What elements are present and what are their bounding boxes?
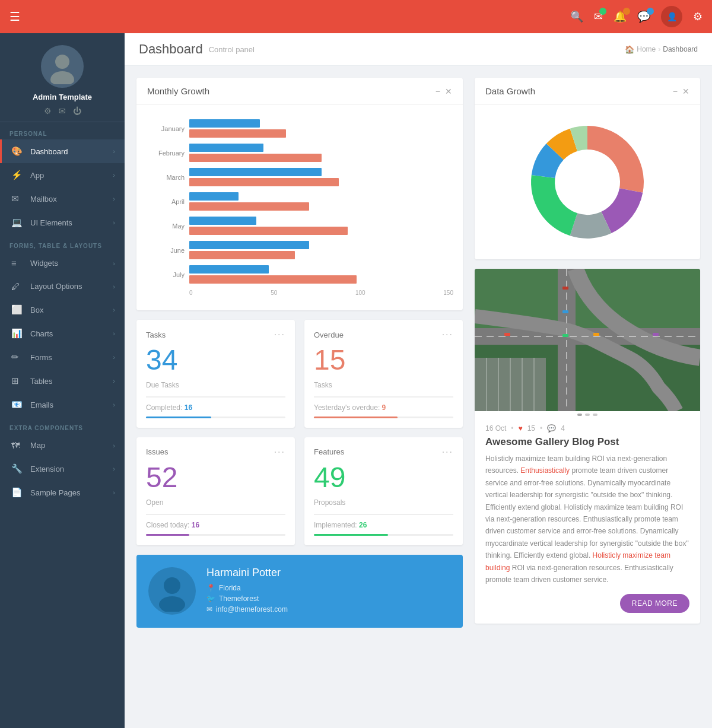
- widgets-icon: ≡: [11, 258, 24, 268]
- breadcrumb-home-link[interactable]: Home: [637, 45, 656, 53]
- bar-row: February: [146, 144, 453, 162]
- donut-segment: [531, 175, 577, 236]
- progress-bar: [314, 534, 388, 536]
- sidebar-email-icon[interactable]: ✉: [59, 106, 66, 116]
- hamburger-icon[interactable]: ☰: [9, 9, 20, 24]
- sidebar-settings-icon[interactable]: ⚙: [44, 106, 52, 116]
- stat-footer: Yesterday's overdue: 9: [314, 396, 453, 418]
- tables-arrow: ›: [113, 377, 115, 384]
- progress-bar-container: [146, 534, 285, 536]
- sidebar-item-mailbox[interactable]: ✉ Mailbox ›: [0, 187, 125, 211]
- slideshow-dots: [475, 411, 700, 418]
- sidebar-section-personal: PERSONAL: [0, 122, 125, 139]
- close-btn-data[interactable]: ✕: [682, 87, 689, 96]
- extension-icon: 🔧: [11, 463, 24, 474]
- stat-sub: Due Tasks: [146, 381, 285, 389]
- svg-point-2: [164, 577, 180, 594]
- sidebar-item-ui-elements[interactable]: 💻 UI Elements ›: [0, 211, 125, 234]
- location-icon: 📍: [206, 584, 215, 592]
- close-btn-monthly[interactable]: ✕: [445, 87, 452, 96]
- bell-icon[interactable]: 🔔: [614, 10, 627, 23]
- main-layout: Admin Template ⚙ ✉ ⏻ PERSONAL 🎨 Dashboar…: [0, 33, 712, 728]
- bar-row: January: [146, 119, 453, 138]
- bar-group: [189, 168, 453, 186]
- sidebar-label-sample: Sample Pages: [30, 488, 113, 497]
- stat-sub: Open: [146, 498, 285, 507]
- blog-link-2[interactable]: Holisticly maximize team building: [485, 551, 670, 571]
- sidebar-item-extension[interactable]: 🔧 Extension ›: [0, 457, 125, 481]
- svg-rect-16: [562, 334, 568, 337]
- sidebar-section-forms: FORMS, TABLE & LAYOUTS: [0, 234, 125, 252]
- stat-number: 15: [314, 345, 453, 376]
- monthly-growth-card: Monthly Growth − ✕ January Februar: [136, 78, 463, 310]
- stat-sub: Proposals: [314, 498, 453, 507]
- stat-card-menu[interactable]: ···: [274, 447, 285, 457]
- content-area: Dashboard Control panel 🏠 Home › Dashboa…: [125, 33, 712, 728]
- monthly-growth-header: Monthly Growth − ✕: [136, 78, 463, 105]
- minimize-btn-monthly[interactable]: −: [436, 87, 440, 96]
- sidebar-item-charts[interactable]: 📊 Charts ›: [0, 322, 125, 345]
- avatar[interactable]: 👤: [661, 6, 682, 27]
- stat-card: Features ··· 49 Proposals Implemented: 2…: [304, 437, 463, 545]
- minimize-btn-data[interactable]: −: [673, 87, 678, 96]
- read-more-button[interactable]: READ MORE: [620, 594, 689, 613]
- mailbox-arrow: ›: [113, 195, 115, 202]
- stat-footer: Closed today: 16: [146, 514, 285, 536]
- chat-icon[interactable]: 💬: [637, 10, 650, 23]
- box-icon: ⬜: [11, 304, 24, 315]
- stat-number: 34: [146, 345, 285, 376]
- bar-label: March: [146, 174, 185, 181]
- sidebar-label-forms: Forms: [30, 353, 113, 362]
- bar-label: February: [146, 150, 185, 157]
- sidebar-label-map: Map: [30, 441, 113, 450]
- sidebar-item-map[interactable]: 🗺 Map ›: [0, 434, 125, 457]
- sidebar-username: Admin Template: [33, 93, 92, 101]
- blog-link-1[interactable]: Enthusiastically: [520, 466, 570, 475]
- home-icon: 🏠: [625, 45, 634, 54]
- blog-image: [475, 269, 700, 411]
- gear-icon[interactable]: ⚙: [693, 10, 703, 23]
- stat-card-menu[interactable]: ···: [442, 329, 453, 340]
- blog-highway-svg: [475, 269, 700, 411]
- profile-card: Harmaini Potter 📍 Florida 🐦 Themeforest …: [136, 555, 463, 628]
- donut-chart: [522, 117, 653, 247]
- sidebar-item-widgets[interactable]: ≡ Widgets ›: [0, 252, 125, 275]
- bar-blue: [189, 192, 239, 201]
- sidebar-item-tables[interactable]: ⊞ Tables ›: [0, 369, 125, 393]
- donut-segment: [587, 126, 644, 193]
- tables-icon: ⊞: [11, 376, 24, 386]
- data-growth-header: Data Growth − ✕: [475, 78, 700, 105]
- email-small-icon: ✉: [206, 605, 212, 613]
- bar-chart: January February March: [146, 115, 453, 301]
- bar-row: May: [146, 217, 453, 235]
- email-icon[interactable]: ✉: [594, 10, 603, 23]
- sidebar-item-box[interactable]: ⬜ Box ›: [0, 298, 125, 322]
- sidebar-item-layout[interactable]: 🖊 Layout Options ›: [0, 275, 125, 298]
- sidebar-profile: Admin Template ⚙ ✉ ⏻: [0, 33, 125, 122]
- stat-card-header: Issues ···: [146, 447, 285, 457]
- charts-icon: 📊: [11, 328, 24, 339]
- sidebar-label-widgets: Widgets: [30, 259, 113, 268]
- page-header: Dashboard Control panel 🏠 Home › Dashboa…: [125, 33, 712, 66]
- blog-title: Awesome Gallery Blog Post: [475, 436, 700, 453]
- right-column: Data Growth − ✕: [475, 78, 700, 628]
- sidebar-item-sample-pages[interactable]: 📄 Sample Pages ›: [0, 481, 125, 504]
- forms-arrow: ›: [113, 354, 115, 361]
- bell-badge: [623, 8, 630, 15]
- bar-label: June: [146, 247, 185, 254]
- search-icon[interactable]: 🔍: [570, 10, 583, 23]
- sidebar-item-dashboard[interactable]: 🎨 Dashboard ›: [0, 139, 125, 163]
- card-controls-data: − ✕: [673, 87, 689, 96]
- sidebar-item-emails[interactable]: 📧 Emails ›: [0, 393, 125, 417]
- stat-card-menu[interactable]: ···: [274, 329, 285, 340]
- sidebar-item-app[interactable]: ⚡ App ›: [0, 163, 125, 187]
- sidebar-power-icon[interactable]: ⏻: [73, 106, 81, 116]
- bar-blue: [189, 168, 322, 176]
- sidebar-section-extra: EXTRA COMPONENTS: [0, 417, 125, 434]
- stat-card-header: Tasks ···: [146, 329, 285, 340]
- sidebar: Admin Template ⚙ ✉ ⏻ PERSONAL 🎨 Dashboar…: [0, 33, 125, 728]
- bar-group: [189, 241, 453, 259]
- sidebar-item-forms[interactable]: ✏ Forms ›: [0, 345, 125, 369]
- stat-card-menu[interactable]: ···: [442, 447, 453, 457]
- sample-icon: 📄: [11, 487, 24, 498]
